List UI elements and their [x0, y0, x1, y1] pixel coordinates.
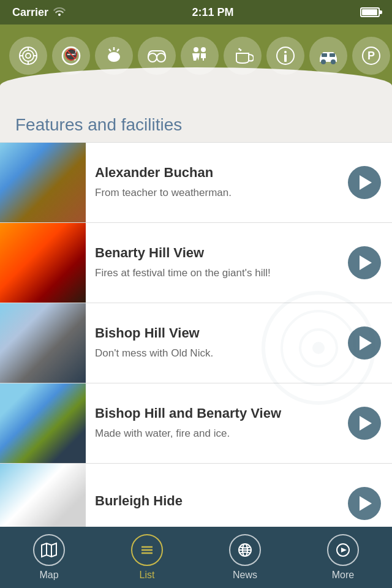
- nav-item-more[interactable]: More: [294, 528, 392, 587]
- binoculars-icon[interactable]: [138, 37, 176, 75]
- time-display: 2:11 PM: [192, 6, 234, 19]
- svg-text:🚭: 🚭: [64, 48, 78, 61]
- nav-label-more: More: [332, 570, 354, 581]
- target-icon[interactable]: [9, 37, 47, 75]
- list-item[interactable]: Alexander Buchan From teacher to weather…: [0, 143, 392, 223]
- svg-point-10: [108, 52, 120, 62]
- battery-icon: [360, 7, 380, 17]
- svg-marker-47: [341, 548, 347, 552]
- item-thumbnail: [0, 223, 86, 303]
- svg-point-22: [321, 59, 326, 64]
- item-thumbnail: [0, 143, 86, 222]
- nav-label-map: Map: [39, 570, 58, 581]
- item-description: From teacher to weatherman.: [95, 186, 339, 200]
- no-entry-icon[interactable]: 🚭: [52, 37, 90, 75]
- svg-point-2: [26, 53, 31, 58]
- svg-point-23: [331, 59, 336, 64]
- light-icon[interactable]: [95, 37, 133, 75]
- svg-line-12: [117, 49, 119, 51]
- nav-item-news[interactable]: News: [196, 528, 294, 587]
- header-icons-area: 🚭: [0, 24, 392, 104]
- status-left: Carrier: [12, 6, 66, 19]
- list-item[interactable]: Bishop Hill View Don't mess with Old Nic…: [0, 303, 392, 383]
- svg-point-15: [157, 53, 165, 62]
- item-thumbnail: [0, 303, 86, 383]
- nav-label-list: List: [140, 570, 155, 581]
- car-icon[interactable]: [309, 37, 347, 75]
- svg-point-17: [194, 47, 198, 52]
- list-item[interactable]: Benarty Hill View Fires at festival time…: [0, 223, 392, 303]
- play-button[interactable]: [348, 166, 381, 199]
- item-description: Fires at festival time on the giant's hi…: [95, 266, 339, 281]
- item-content: Bishop Hill and Benarty View Made with w…: [86, 394, 348, 452]
- info-icon[interactable]: [266, 37, 304, 75]
- item-description: Made with water, fire and ice.: [95, 426, 339, 441]
- restroom-icon[interactable]: [181, 37, 219, 75]
- list-icon: [131, 534, 163, 566]
- item-title: Alexander Buchan: [95, 165, 339, 181]
- nav-label-news: News: [233, 570, 257, 581]
- play-button[interactable]: [348, 487, 381, 520]
- list-item[interactable]: Bishop Hill and Benarty View Made with w…: [0, 383, 392, 464]
- item-title: Bishop Hill View: [95, 325, 339, 341]
- svg-rect-21: [284, 55, 287, 62]
- item-content: Burleigh Hide: [86, 482, 348, 525]
- nav-item-map[interactable]: Map: [0, 528, 98, 587]
- section-title: Features and facilities: [0, 104, 392, 143]
- features-list: Alexander Buchan From teacher to weather…: [0, 143, 392, 532]
- item-content: Benarty Hill View Fires at festival time…: [86, 234, 348, 292]
- map-icon: [33, 534, 65, 566]
- svg-text:P: P: [368, 50, 375, 62]
- main-content: Features and facilities Alexander Buchan…: [0, 104, 392, 532]
- item-title: Benarty Hill View: [95, 245, 339, 261]
- item-title: Burleigh Hide: [95, 493, 339, 509]
- item-thumbnail: [0, 464, 86, 532]
- svg-rect-24: [322, 53, 327, 57]
- wifi-icon: [53, 6, 66, 19]
- item-thumbnail: [0, 383, 86, 463]
- svg-rect-25: [330, 53, 335, 57]
- item-content: Alexander Buchan From teacher to weather…: [86, 154, 348, 211]
- svg-point-14: [148, 53, 157, 62]
- play-button[interactable]: [348, 246, 381, 279]
- play-button[interactable]: [348, 407, 381, 440]
- more-icon: [327, 534, 359, 566]
- parking-icon[interactable]: P: [352, 37, 390, 75]
- nav-item-list[interactable]: List: [98, 528, 196, 587]
- status-bar: Carrier 2:11 PM: [0, 0, 392, 24]
- item-title: Bishop Hill and Benarty View: [95, 405, 339, 421]
- icons-row: 🚭: [0, 24, 392, 81]
- play-button[interactable]: [348, 326, 381, 360]
- item-description: Don't mess with Old Nick.: [95, 346, 339, 361]
- carrier-label: Carrier: [12, 6, 48, 19]
- cafe-icon[interactable]: [224, 37, 262, 75]
- svg-point-20: [284, 51, 287, 53]
- svg-point-18: [201, 47, 206, 52]
- item-content: Bishop Hill View Don't mess with Old Nic…: [86, 314, 348, 372]
- bottom-nav: Map List News: [0, 527, 392, 588]
- svg-line-13: [109, 49, 111, 51]
- list-item[interactable]: Burleigh Hide: [0, 464, 392, 532]
- svg-point-1: [23, 50, 34, 61]
- news-icon: [229, 534, 261, 566]
